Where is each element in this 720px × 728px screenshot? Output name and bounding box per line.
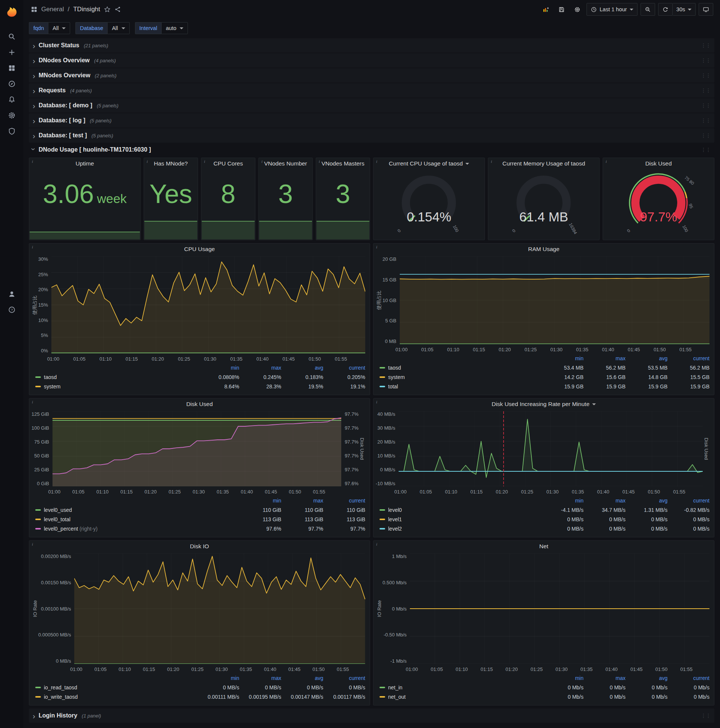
legend-col-min[interactable]: min bbox=[542, 354, 584, 363]
row-drag-handle[interactable]: ⋮⋮ bbox=[701, 147, 711, 153]
plot-area-net[interactable] bbox=[410, 554, 709, 664]
panel-info-icon[interactable]: i bbox=[32, 159, 33, 164]
legend-col-min[interactable]: min bbox=[542, 674, 584, 683]
user-avatar-icon[interactable] bbox=[4, 286, 20, 302]
row-mnodes-overview[interactable]: › MNodes Overview (2 panels) ⋮⋮ bbox=[29, 68, 714, 83]
variable-value-dropdown[interactable]: All bbox=[107, 22, 130, 34]
row-drag-handle[interactable]: ⋮⋮ bbox=[701, 102, 711, 109]
panel-header[interactable]: i RAM Usage bbox=[374, 243, 714, 255]
panel-title[interactable]: VNodes Masters bbox=[321, 160, 365, 167]
legend-col-current[interactable]: current bbox=[668, 354, 709, 363]
panel-title[interactable]: CPU Usage bbox=[184, 246, 215, 252]
panel-header[interactable]: i Disk IO bbox=[29, 541, 370, 552]
row-requests[interactable]: › Requests (4 panels) ⋮⋮ bbox=[29, 83, 714, 98]
legend-col-max[interactable]: max bbox=[584, 354, 625, 363]
series-toggle[interactable]: net_out bbox=[380, 692, 542, 702]
series-toggle[interactable]: level0_total bbox=[35, 515, 239, 524]
legend-col-avg[interactable]: avg bbox=[281, 363, 323, 373]
series-toggle[interactable]: io_write_taosd bbox=[35, 692, 197, 702]
row-dnode-usage[interactable]: › DNode Usage [ huolinhe-TM1701:6030 ] ⋮… bbox=[29, 143, 714, 156]
panel-info-icon[interactable]: i bbox=[319, 159, 320, 164]
row-drag-handle[interactable]: ⋮⋮ bbox=[701, 133, 711, 138]
add-panel-button[interactable] bbox=[539, 3, 552, 16]
cycle-view-button[interactable] bbox=[699, 3, 713, 16]
configuration-gear-icon[interactable] bbox=[4, 107, 20, 123]
plot-area-disk-used-increasing-rate[interactable] bbox=[399, 411, 703, 486]
panel-title[interactable]: Net bbox=[539, 543, 548, 550]
panel-info-icon[interactable]: i bbox=[261, 159, 262, 164]
plot-area-disk-io[interactable] bbox=[74, 554, 365, 664]
panel-info-icon[interactable]: i bbox=[606, 159, 607, 164]
row-database-demo[interactable]: › Database: [ demo ] (5 panels) ⋮⋮ bbox=[29, 98, 714, 113]
panel-info-icon[interactable]: i bbox=[376, 159, 377, 164]
panel-info-icon[interactable]: i bbox=[32, 245, 33, 249]
panel-header[interactable]: i Disk Used Increasing Rate per Minute bbox=[374, 399, 714, 410]
legend-col-max[interactable]: max bbox=[584, 674, 625, 683]
time-range-button[interactable]: Last 1 hour bbox=[586, 3, 638, 16]
legend-col-current[interactable]: current bbox=[323, 363, 365, 373]
row-cluster-status[interactable]: › Cluster Status (21 panels) ⋮⋮ bbox=[29, 38, 714, 52]
legend-col-max[interactable]: max bbox=[281, 496, 323, 505]
row-drag-handle[interactable]: ⋮⋮ bbox=[701, 57, 711, 63]
series-toggle[interactable]: total bbox=[380, 382, 542, 392]
panel-info-icon[interactable]: i bbox=[204, 159, 205, 164]
star-icon[interactable] bbox=[104, 6, 111, 13]
legend-col-current[interactable]: current bbox=[668, 496, 709, 505]
explore-compass-icon[interactable] bbox=[4, 76, 20, 92]
row-database-test[interactable]: › Database: [ test ] (5 panels) ⋮⋮ bbox=[29, 128, 714, 142]
series-toggle[interactable]: taosd bbox=[380, 363, 542, 373]
dashboard-settings-button[interactable] bbox=[571, 3, 584, 16]
panel-title[interactable]: RAM Usage bbox=[528, 246, 560, 252]
row-drag-handle[interactable]: ⋮⋮ bbox=[701, 713, 711, 719]
legend-col-min[interactable]: min bbox=[197, 363, 239, 373]
server-admin-shield-icon[interactable] bbox=[4, 123, 20, 139]
help-icon[interactable]: ? bbox=[4, 302, 20, 318]
plot-area-ram-usage[interactable] bbox=[400, 256, 709, 344]
row-database-log[interactable]: › Database: [ log ] (5 panels) ⋮⋮ bbox=[29, 113, 714, 128]
legend-col-avg[interactable]: avg bbox=[625, 674, 668, 683]
legend-col-min[interactable]: min bbox=[239, 496, 281, 505]
panel-info-icon[interactable]: i bbox=[376, 245, 377, 249]
panel-title[interactable]: Current CPU Usage of taosd bbox=[389, 160, 469, 167]
panel-title[interactable]: VNodes Number bbox=[264, 160, 307, 167]
row-login-history[interactable]: › Login History (1 panel) ⋮⋮ bbox=[29, 708, 714, 723]
legend-col-avg[interactable]: avg bbox=[281, 674, 323, 683]
legend-col-current[interactable]: current bbox=[323, 674, 365, 683]
legend-col-current[interactable]: current bbox=[323, 496, 365, 505]
row-dnodes-overview[interactable]: › DNodes Overview (4 panels) ⋮⋮ bbox=[29, 53, 714, 67]
legend-col-min[interactable]: min bbox=[197, 674, 239, 683]
plot-area-disk-used[interactable] bbox=[52, 411, 341, 486]
panel-title[interactable]: Uptime bbox=[75, 160, 94, 167]
series-toggle[interactable]: level2 bbox=[380, 524, 542, 534]
series-toggle[interactable]: level0_percent (right-y) bbox=[35, 524, 239, 534]
refresh-interval-button[interactable]: 30s bbox=[673, 3, 696, 16]
panel-header[interactable]: i CPU Cores bbox=[201, 158, 255, 169]
panel-title[interactable]: Has MNode? bbox=[154, 160, 188, 167]
panel-title[interactable]: CPU Cores bbox=[214, 160, 243, 167]
series-toggle[interactable]: system bbox=[35, 382, 197, 392]
grafana-logo[interactable] bbox=[4, 4, 20, 20]
create-plus-icon[interactable] bbox=[4, 44, 20, 60]
panel-header[interactable]: i Disk Used bbox=[603, 158, 714, 169]
plot-area-cpu-usage[interactable] bbox=[51, 256, 365, 353]
panel-info-icon[interactable]: i bbox=[376, 542, 377, 546]
panel-header[interactable]: i Has MNode? bbox=[144, 158, 198, 169]
panel-info-icon[interactable]: i bbox=[32, 400, 33, 404]
legend-col-max[interactable]: max bbox=[584, 496, 625, 505]
legend-col-avg[interactable]: avg bbox=[625, 354, 668, 363]
breadcrumb-title[interactable]: TDinsight bbox=[73, 6, 100, 13]
legend-col-max[interactable]: max bbox=[239, 363, 281, 373]
series-toggle[interactable]: system bbox=[380, 373, 542, 382]
panel-title[interactable]: Current Memory Usage of taosd bbox=[502, 160, 585, 167]
panel-header[interactable]: i CPU Usage bbox=[29, 243, 370, 255]
series-toggle[interactable]: taosd bbox=[35, 373, 197, 382]
panel-title[interactable]: Disk IO bbox=[190, 543, 209, 550]
refresh-button[interactable] bbox=[658, 3, 673, 16]
legend-col-avg[interactable]: avg bbox=[625, 496, 668, 505]
zoom-out-button[interactable] bbox=[641, 3, 655, 16]
panel-header[interactable]: i Net bbox=[374, 541, 714, 552]
search-icon[interactable] bbox=[4, 29, 20, 44]
save-dashboard-button[interactable] bbox=[555, 3, 568, 16]
variable-value-dropdown[interactable]: auto bbox=[161, 22, 188, 34]
panel-info-icon[interactable]: i bbox=[146, 159, 148, 164]
